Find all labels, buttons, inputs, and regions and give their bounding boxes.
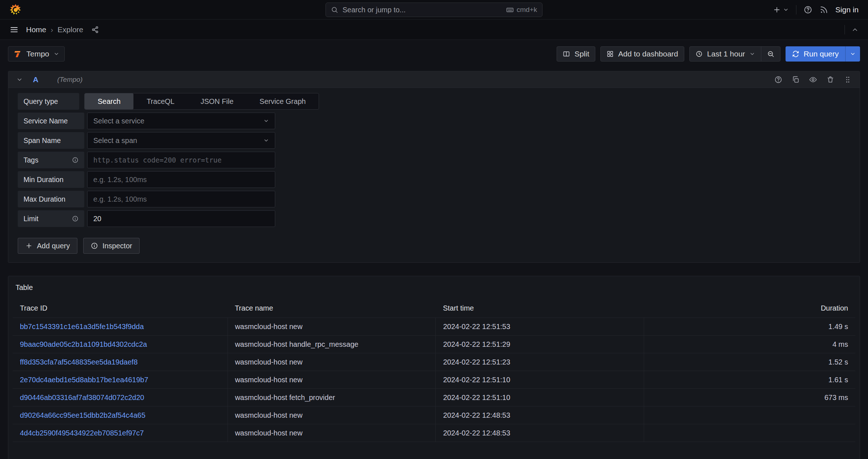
span-name-label: Span Name [18,132,84,149]
add-query-button[interactable]: Add query [18,238,77,254]
service-name-placeholder: Select a service [93,117,144,125]
duplicate-query-icon[interactable] [792,76,800,84]
trace-id-link[interactable]: d90446ab03316af7af38074d072c2d20 [13,389,227,407]
global-search-input[interactable]: Search or jump to... cmd+k [326,3,542,17]
sync-icon [792,50,799,58]
top-bar: Search or jump to... cmd+k Sign in [0,0,868,20]
tags-input[interactable] [87,152,275,168]
start-time-cell: 2024-02-22 12:51:10 [436,371,644,389]
zoom-out-icon [767,50,774,58]
trace-id-link[interactable]: ff8d353cfa7af5c48835ee5da19daef8 [13,353,227,371]
query-ref-id[interactable]: A [33,75,38,84]
table-row: 9baac90ade05c2b1a1091bd4302cdc2a wasmclo… [13,336,855,353]
table-row: d90446ab03316af7af38074d072c2d20 wasmclo… [13,389,855,407]
col-header-duration[interactable]: Duration [644,300,855,318]
duration-cell: 1.52 s [644,353,855,371]
limit-row: Limit [18,210,850,227]
col-header-trace-name[interactable]: Trace name [227,300,436,318]
tab-traceql[interactable]: TraceQL [133,93,187,109]
limit-input[interactable] [87,210,275,227]
run-query-dropdown[interactable] [845,46,860,62]
zoom-out-time-button[interactable] [761,47,780,61]
col-header-start-time[interactable]: Start time [436,300,644,318]
grafana-logo[interactable] [9,4,22,16]
query-row-header[interactable]: A (Tempo) [8,71,860,88]
toolbar-actions: Split Add to dashboard Last 1 hour [557,46,860,62]
run-query-main[interactable]: Run query [786,46,845,62]
time-range-button[interactable]: Last 1 hour [690,47,761,61]
inspector-button[interactable]: Inspector [83,238,140,254]
table-row: 2e70dc4aebd1e5d8abb17be1ea4619b7 wasmclo… [13,371,855,389]
tempo-logo-icon [13,50,22,58]
menu-toggle-button[interactable] [9,25,19,34]
duration-cell: 1.49 s [644,318,855,336]
delete-query-icon[interactable] [826,76,834,84]
min-duration-input[interactable] [87,171,275,188]
table-row: bb7c1543391c1e61a3d5fe1b543f9dda wasmclo… [13,318,855,336]
toggle-visibility-icon[interactable] [809,76,817,84]
breadcrumb-separator: › [51,25,53,34]
help-button[interactable] [804,5,812,14]
trace-name-cell: wasmcloud-host new [227,318,436,336]
trace-table: Trace ID Trace name Start time Duration … [13,300,855,442]
apps-grid-icon [607,50,614,58]
tab-json-file[interactable]: JSON File [187,93,246,109]
drag-handle-icon[interactable] [844,76,852,84]
clock-icon [695,50,703,58]
collapse-top-button[interactable] [851,26,859,33]
tab-service-graph[interactable]: Service Graph [247,93,319,109]
tab-search[interactable]: Search [85,93,133,109]
split-button[interactable]: Split [557,46,595,62]
service-name-label: Service Name [18,113,84,129]
shortcut-hint: cmd+k [506,6,537,14]
table-row: d90264a66cc95ee15dbb2b2af54c4a65 wasmclo… [13,407,855,424]
shortcut-label: cmd+k [517,6,537,14]
query-datasource-hint: (Tempo) [57,76,82,84]
trace-id-link[interactable]: 9baac90ade05c2b1a1091bd4302cdc2a [13,336,227,353]
chevron-down-icon [749,51,755,57]
new-menu-button[interactable] [773,6,789,14]
duration-cell: 673 ms [644,389,855,407]
duration-cell [644,407,855,424]
tags-row: Tags [18,152,850,168]
divider [796,5,796,14]
collapse-query-icon[interactable] [16,76,23,83]
tags-label: Tags [18,152,84,168]
add-to-dashboard-label: Add to dashboard [618,50,678,58]
min-duration-row: Min Duration [18,171,850,188]
datasource-picker[interactable]: Tempo [8,46,65,62]
divider [844,25,845,34]
table-row: ff8d353cfa7af5c48835ee5da19daef8 wasmclo… [13,353,855,371]
add-to-dashboard-button[interactable]: Add to dashboard [600,46,684,62]
share-icon[interactable] [91,26,99,34]
panel-title[interactable]: Table [8,282,33,292]
breadcrumb-home[interactable]: Home [26,25,46,34]
trace-id-link[interactable]: 4d4cb2590f495434922eb70851ef97c7 [13,424,227,442]
info-icon[interactable] [72,157,78,163]
sign-in-button[interactable]: Sign in [835,5,859,14]
chevron-down-icon [263,138,269,143]
chevron-down-icon [783,7,789,13]
span-name-placeholder: Select a span [93,136,137,145]
service-name-select[interactable]: Select a service [87,113,275,129]
limit-label: Limit [18,210,84,227]
split-columns-icon [563,50,570,58]
run-query-button[interactable]: Run query [786,46,860,62]
query-help-icon[interactable] [774,76,782,84]
info-icon[interactable] [72,215,78,222]
add-query-label: Add query [37,242,70,250]
duration-cell: 1.61 s [644,371,855,389]
trace-name-cell: wasmcloud-host new [227,353,436,371]
results-table-panel: Table Trace ID Trace name Start time Dur… [8,276,860,459]
trace-id-link[interactable]: bb7c1543391c1e61a3d5fe1b543f9dda [13,318,227,336]
start-time-cell: 2024-02-22 12:51:10 [436,389,644,407]
max-duration-input[interactable] [87,191,275,207]
col-header-trace-id[interactable]: Trace ID [13,300,227,318]
news-rss-button[interactable] [820,5,828,14]
trace-id-link[interactable]: 2e70dc4aebd1e5d8abb17be1ea4619b7 [13,371,227,389]
query-editor-body: Query type Search TraceQL JSON File Serv… [8,88,860,262]
info-circle-icon [91,242,98,249]
span-name-select[interactable]: Select a span [87,132,275,149]
trace-id-link[interactable]: d90264a66cc95ee15dbb2b2af54c4a65 [13,407,227,424]
query-type-radio-group: Search TraceQL JSON File Service Graph [84,93,319,110]
